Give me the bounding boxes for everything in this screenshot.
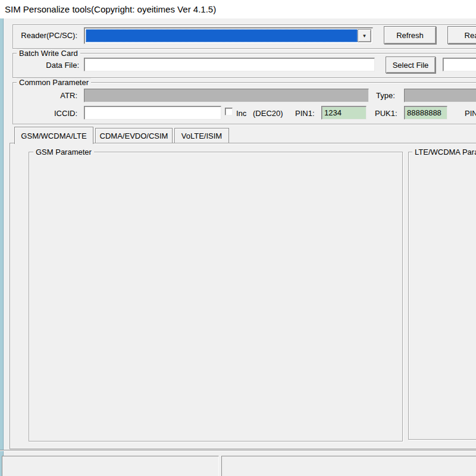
dec20-hint: (DEC20)	[253, 109, 283, 118]
title-bar: SIM Personalize tools(Copyright: oyeitim…	[0, 0, 476, 18]
puk1-input[interactable]	[404, 106, 447, 120]
select-file-button[interactable]: Select File	[386, 57, 436, 73]
window-title: SIM Personalize tools(Copyright: oyeitim…	[5, 4, 216, 14]
atr-label: ATR:	[36, 91, 77, 100]
window-edge	[0, 18, 4, 476]
pin1-input[interactable]	[321, 106, 367, 120]
iccid-label: ICCID:	[36, 109, 77, 118]
iccid-inc-label: Inc	[236, 109, 246, 118]
gsm-parameter-group-label: GSM Parameter	[33, 148, 94, 156]
puk1-label: PUK1:	[375, 109, 397, 118]
data-file-input[interactable]	[84, 58, 375, 71]
gsm-parameter-group	[29, 152, 403, 441]
type-field	[404, 89, 476, 102]
dropdown-arrow-icon[interactable]: ▼	[358, 29, 371, 42]
app-window: SIM Personalize tools(Copyright: oyeitim…	[0, 0, 476, 476]
type-label: Type:	[376, 91, 395, 100]
tab-volte-isim[interactable]: VoLTE/ISIM	[174, 128, 229, 143]
batch-extra-input[interactable]	[443, 58, 476, 71]
batch-write-card-group-label: Batch Write Card	[17, 49, 80, 58]
status-panel-right	[221, 456, 476, 476]
iccid-input[interactable]	[84, 106, 221, 120]
lte-parameter-group-label: LTE/WCDMA Parameter	[412, 148, 476, 156]
tab-cdma-evdo-csim[interactable]: CDMA/EVDO/CSIM	[95, 128, 173, 143]
read-card-button[interactable]: Read Card	[447, 26, 476, 44]
reader-label: Reader(PC/SC):	[18, 31, 77, 40]
reader-combobox[interactable]: ▼	[84, 27, 373, 44]
atr-field	[84, 89, 369, 102]
status-panel-left	[2, 456, 219, 476]
pin1-label: PIN1:	[295, 109, 315, 118]
iccid-inc-checkbox[interactable]	[225, 108, 233, 115]
data-file-label: Data File:	[32, 61, 79, 70]
tab-gsm-wcdma-lte[interactable]: GSM/WCDMA/LTE	[14, 127, 93, 144]
pin2-label: PIN2:	[465, 109, 476, 118]
bottom-divider	[0, 450, 476, 451]
refresh-button[interactable]: Refresh	[384, 26, 436, 44]
lte-parameter-group	[408, 152, 476, 440]
reader-combobox-selection[interactable]	[86, 29, 358, 42]
common-parameter-group-label: Common Parameter	[17, 78, 91, 87]
